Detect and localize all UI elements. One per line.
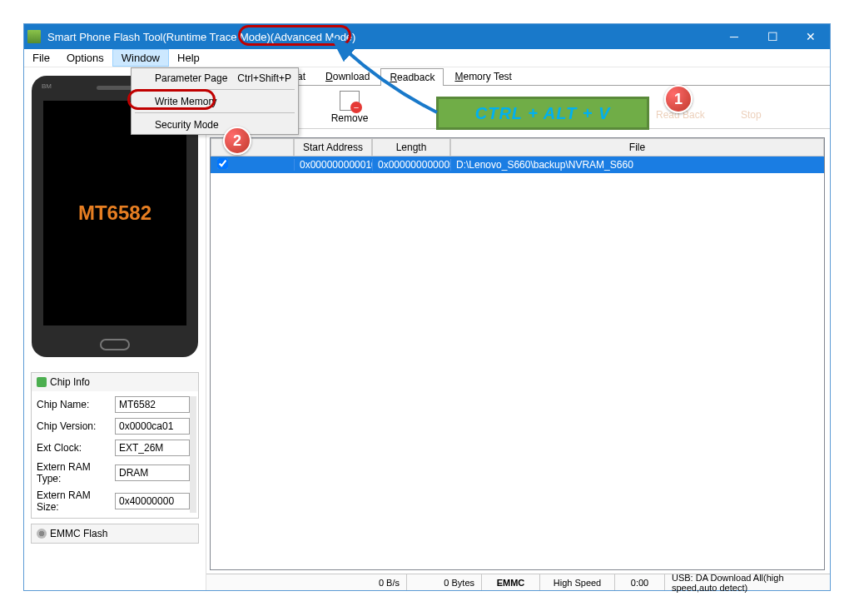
maximize-button[interactable]: ☐ xyxy=(753,24,792,49)
shortcut-callout: CTRL + ALT + V xyxy=(436,97,649,130)
menubar: File Options Window Help xyxy=(24,49,830,67)
ram-type-field[interactable] xyxy=(115,464,190,481)
table-row[interactable]: 0x0000000000100... 0x0000000000050... D:… xyxy=(211,156,824,173)
chip-name-field[interactable] xyxy=(115,396,190,413)
gear-icon xyxy=(37,529,47,539)
row-length: 0x0000000000050... xyxy=(372,159,450,171)
annotation-badge-2: 2 xyxy=(223,127,251,155)
right-pane: FFormatormat Download Readback Memory Te… xyxy=(206,67,830,590)
tab-download[interactable]: Download xyxy=(316,67,379,85)
minimize-button[interactable]: ─ xyxy=(715,24,753,49)
remove-icon xyxy=(340,91,360,111)
dropdown-security-mode[interactable]: Security Mode xyxy=(132,115,298,134)
dropdown-separator xyxy=(135,89,295,90)
chip-info-title: Chip Info xyxy=(50,376,90,388)
chip-icon xyxy=(37,377,47,387)
dropdown-parameter-page[interactable]: Parameter Page Ctrl+Shift+P xyxy=(132,68,298,87)
readback-table: Start Address Length File 0x000000000010… xyxy=(210,137,825,570)
menu-options[interactable]: Options xyxy=(58,49,112,67)
row-checkbox[interactable] xyxy=(217,158,228,169)
status-type: EMMC xyxy=(481,574,539,590)
th-start-address[interactable]: Start Address xyxy=(294,138,372,156)
chip-name-label: Chip Name: xyxy=(37,399,115,410)
status-rate: 0 B/s xyxy=(206,574,406,590)
tabs: FFormatormat Download Readback Memory Te… xyxy=(206,67,830,86)
stop-button-disabled: Stop xyxy=(741,109,762,121)
menu-file[interactable]: File xyxy=(24,49,58,67)
status-bytes: 0 Bytes xyxy=(406,574,481,590)
row-file: D:\Lenovo_S660\backup\NVRAM_S660 xyxy=(450,159,824,171)
window-title: Smart Phone Flash Tool(Runtime Trace Mod… xyxy=(47,31,355,43)
titlebar: Smart Phone Flash Tool(Runtime Trace Mod… xyxy=(24,24,830,49)
remove-button[interactable]: Remove xyxy=(325,91,375,124)
status-speed: High Speed xyxy=(539,574,614,590)
annotation-badge-1: 1 xyxy=(664,85,693,113)
ram-type-label: Extern RAM Type: xyxy=(37,461,115,484)
left-pane: BM MT6582 Chip Info Chip Name: Chip Vers… xyxy=(24,67,206,590)
statusbar: 0 B/s 0 Bytes EMMC High Speed 0:00 USB: … xyxy=(206,574,830,590)
tab-readback[interactable]: Readback xyxy=(380,68,444,86)
menu-help[interactable]: Help xyxy=(169,49,208,67)
ext-clock-field[interactable] xyxy=(115,440,190,456)
phone-chip-label: MT6582 xyxy=(78,201,151,225)
emmc-flash-panel[interactable]: EMMC Flash xyxy=(31,524,199,544)
chip-version-field[interactable] xyxy=(115,418,190,435)
tab-memory-test[interactable]: Memory Test xyxy=(445,67,520,85)
chip-version-label: Chip Version: xyxy=(37,420,115,432)
close-button[interactable]: ✕ xyxy=(792,24,830,49)
th-file[interactable]: File xyxy=(450,138,824,156)
phone-speaker-icon xyxy=(97,86,133,90)
window-dropdown: Parameter Page Ctrl+Shift+P Write Memory… xyxy=(131,67,299,135)
chip-info-panel: Chip Info Chip Name: Chip Version: Ext C… xyxy=(31,372,199,519)
menu-window[interactable]: Window xyxy=(112,49,169,67)
app-icon xyxy=(27,30,41,43)
ram-size-field[interactable] xyxy=(115,493,190,509)
ram-size-label: Extern RAM Size: xyxy=(37,489,115,513)
phone-home-icon xyxy=(100,339,130,350)
callout-text: CTRL + ALT + V xyxy=(475,104,611,123)
status-time: 0:00 xyxy=(614,574,664,590)
status-usb: USB: DA Download All(high speed,auto det… xyxy=(664,574,830,590)
row-start-address: 0x0000000000100... xyxy=(294,159,372,171)
th-length[interactable]: Length xyxy=(372,138,450,156)
dropdown-write-memory[interactable]: Write Memory xyxy=(132,92,298,111)
ext-clock-label: Ext Clock: xyxy=(37,442,115,454)
chip-scrollbar[interactable] xyxy=(190,396,196,513)
dropdown-separator xyxy=(135,112,295,113)
